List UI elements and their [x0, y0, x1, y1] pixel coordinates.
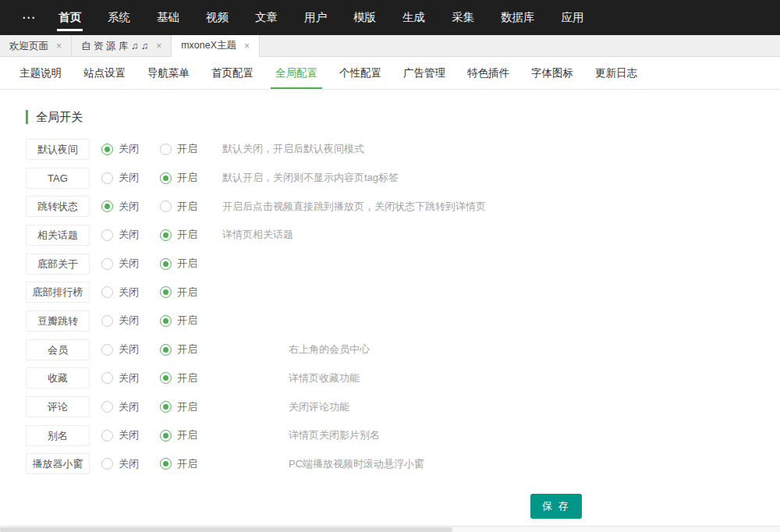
- radio-icon-on[interactable]: [160, 144, 172, 155]
- radio-icon-on[interactable]: [160, 200, 172, 212]
- radio-icon-off[interactable]: [101, 401, 113, 413]
- topnav-item[interactable]: 首页: [45, 0, 94, 35]
- radio-icon-on[interactable]: [160, 286, 172, 298]
- radio-option-off[interactable]: 关闭: [101, 457, 139, 471]
- radio-option-on[interactable]: 开启: [160, 400, 197, 414]
- switch-label-button[interactable]: 别名: [26, 425, 90, 446]
- switch-label-button[interactable]: 会员: [26, 339, 90, 360]
- radio-icon-on[interactable]: [160, 229, 172, 241]
- radio-icon-on[interactable]: [160, 258, 172, 270]
- close-icon[interactable]: ×: [156, 41, 161, 51]
- tab-label: mxoneX主题: [181, 39, 236, 52]
- radio-icon-off[interactable]: [101, 172, 113, 184]
- radio-icon-off[interactable]: [101, 372, 113, 384]
- radio-option-on[interactable]: 开启: [160, 342, 197, 356]
- radio-label-off: 关闭: [119, 314, 139, 328]
- tab[interactable]: 自 资 源 库 ♫ ♫×: [72, 35, 172, 57]
- tab[interactable]: mxoneX主题×: [172, 35, 260, 57]
- radio-icon-off[interactable]: [101, 344, 113, 356]
- tab[interactable]: 欢迎页面×: [0, 35, 72, 57]
- radio-option-off[interactable]: 关闭: [101, 228, 139, 242]
- content: 全局开关 默认夜间关闭开启默认关闭，开启后默认夜间模式TAG关闭开启默认开启，关…: [0, 110, 780, 519]
- subnav-item[interactable]: 更新日志: [584, 57, 648, 89]
- radio-icon-on[interactable]: [160, 315, 172, 327]
- radio-option-off[interactable]: 关闭: [101, 371, 139, 385]
- switch-label-button[interactable]: 评论: [26, 396, 90, 417]
- radio-option-off[interactable]: 关闭: [101, 286, 139, 300]
- topnav-item[interactable]: 文章: [242, 0, 291, 35]
- radio-option-off[interactable]: 关闭: [101, 200, 139, 214]
- radio-option-on[interactable]: 开启: [160, 228, 197, 242]
- switch-label-button[interactable]: 跳转状态: [26, 196, 90, 217]
- switch-label-button[interactable]: 默认夜间: [26, 139, 90, 160]
- topnav-item[interactable]: 模版: [340, 0, 389, 35]
- more-menu-icon[interactable]: ⋯: [12, 9, 45, 26]
- radio-option-off[interactable]: 关闭: [101, 314, 139, 328]
- radio-option-off[interactable]: 关闭: [101, 428, 139, 442]
- subnav-item[interactable]: 首页配置: [200, 57, 264, 89]
- radio-icon-on[interactable]: [160, 372, 172, 384]
- switch-label-button[interactable]: 相关话题: [26, 225, 90, 246]
- topnav-item[interactable]: 用户: [291, 0, 340, 35]
- radio-option-on[interactable]: 开启: [160, 286, 197, 300]
- radio-icon-off[interactable]: [101, 200, 113, 212]
- radio-option-on[interactable]: 开启: [160, 142, 197, 156]
- switch-label-button[interactable]: 收藏: [26, 367, 90, 388]
- radio-icon-off[interactable]: [101, 144, 113, 155]
- switch-label-button[interactable]: TAG: [26, 168, 90, 189]
- radio-option-off[interactable]: 关闭: [101, 342, 139, 356]
- horizontal-scrollbar[interactable]: [0, 526, 780, 532]
- radio-label-off: 关闭: [119, 257, 139, 271]
- topnav-item[interactable]: 应用: [548, 0, 597, 35]
- radio-option-on[interactable]: 开启: [160, 371, 197, 385]
- topnav-item[interactable]: 系统: [94, 0, 144, 35]
- radio-icon-off[interactable]: [101, 315, 113, 327]
- radio-icon-on[interactable]: [160, 430, 172, 442]
- radio-option-on[interactable]: 开启: [160, 257, 197, 271]
- radio-option-on[interactable]: 开启: [160, 200, 197, 214]
- radio-option-off[interactable]: 关闭: [101, 400, 139, 414]
- topnav-item[interactable]: 视频: [193, 0, 242, 35]
- switch-row: 评论关闭开启关闭评论功能: [0, 392, 780, 421]
- radio-option-on[interactable]: 开启: [160, 457, 197, 471]
- horizontal-scrollbar-thumb[interactable]: [0, 527, 452, 532]
- subnav-item[interactable]: 导航菜单: [136, 57, 200, 89]
- radio-icon-on[interactable]: [160, 344, 172, 356]
- radio-label-off: 关闭: [119, 228, 139, 242]
- radio-icon-off[interactable]: [101, 229, 113, 241]
- radio-icon-off[interactable]: [101, 458, 113, 470]
- radio-option-on[interactable]: 开启: [160, 314, 197, 328]
- close-icon[interactable]: ×: [244, 41, 250, 51]
- subnav-item[interactable]: 广告管理: [392, 57, 456, 89]
- radio-option-on[interactable]: 开启: [160, 428, 197, 442]
- radio-icon-off[interactable]: [101, 430, 113, 442]
- radio-option-off[interactable]: 关闭: [101, 142, 139, 156]
- switch-label-button[interactable]: 底部关于: [26, 254, 90, 275]
- save-button[interactable]: 保 存: [530, 494, 582, 519]
- topnav-item[interactable]: 生成: [389, 0, 438, 35]
- radio-icon-off[interactable]: [101, 258, 113, 270]
- topnav-item[interactable]: 采集: [438, 0, 488, 35]
- radio-icon-off[interactable]: [101, 286, 113, 298]
- switch-label-button[interactable]: 底部排行榜: [26, 282, 90, 303]
- topnav-item[interactable]: 基础: [144, 0, 193, 35]
- switch-label-button[interactable]: 豆瓣跳转: [26, 310, 90, 332]
- radio-icon-on[interactable]: [160, 458, 172, 470]
- subnav-item[interactable]: 特色插件: [456, 57, 520, 89]
- radio-icon-on[interactable]: [160, 401, 172, 413]
- radio-option-off[interactable]: 关闭: [101, 171, 139, 185]
- topnav-item[interactable]: 数据库: [488, 0, 548, 35]
- radio-label-off: 关闭: [119, 400, 139, 414]
- radio-option-off[interactable]: 关闭: [101, 257, 139, 271]
- radio-icon-on[interactable]: [160, 172, 172, 184]
- subnav-item[interactable]: 主题说明: [9, 57, 73, 89]
- switch-row: TAG关闭开启默认开启，关闭则不显示内容页tag标签: [0, 164, 780, 193]
- switch-label-button[interactable]: 播放器小窗: [26, 453, 90, 474]
- subnav-item[interactable]: 个性配置: [328, 57, 392, 89]
- close-icon[interactable]: ×: [56, 41, 62, 51]
- subnav-item[interactable]: 全局配置: [264, 57, 328, 89]
- subnav: 主题说明站点设置导航菜单首页配置全局配置个性配置广告管理特色插件字体图标更新日志: [0, 57, 780, 90]
- subnav-item[interactable]: 站点设置: [73, 57, 136, 89]
- subnav-item[interactable]: 字体图标: [520, 57, 584, 89]
- radio-option-on[interactable]: 开启: [160, 171, 197, 185]
